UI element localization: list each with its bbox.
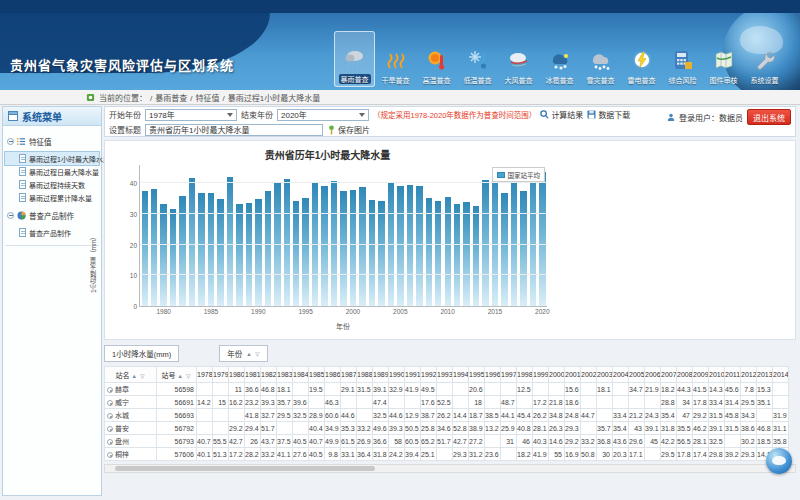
col-year-1984[interactable]: 1984 xyxy=(293,367,309,383)
col-year-1999[interactable]: 1999 xyxy=(533,367,549,383)
expand-icon[interactable] xyxy=(107,426,113,432)
col-year-2001[interactable]: 2001 xyxy=(565,367,581,383)
bar-1981[interactable] xyxy=(168,165,177,306)
bar-2019[interactable] xyxy=(528,165,537,306)
col-year-2009[interactable]: 2009 xyxy=(693,367,709,383)
bar-2016[interactable] xyxy=(500,165,509,306)
bar-2003[interactable] xyxy=(377,165,386,306)
toolbar-item-7[interactable]: 雪灾普查 xyxy=(580,31,621,87)
toolbar-item-5[interactable]: 大风普查 xyxy=(498,31,539,87)
col-year-1991[interactable]: 1991 xyxy=(405,367,421,383)
breadcrumb-item-2[interactable]: 特征值 xyxy=(195,94,219,103)
bar-1990[interactable] xyxy=(254,165,263,306)
collapse-icon[interactable] xyxy=(7,212,14,219)
bar-1982[interactable] xyxy=(178,165,187,306)
bar-2007[interactable] xyxy=(415,165,424,306)
chart-title-input[interactable] xyxy=(145,124,323,136)
bar-2000[interactable] xyxy=(348,165,357,306)
sort-arrows-icon[interactable]: ▲ ▽ xyxy=(246,351,260,357)
bar-2009[interactable] xyxy=(434,165,443,306)
bar-2008[interactable] xyxy=(424,165,433,306)
bar-1993[interactable] xyxy=(282,165,291,306)
station-name-cell[interactable]: 桐梓 xyxy=(105,448,157,461)
sidebar-group-2[interactable]: 普查产品制作 xyxy=(5,204,99,226)
col-year-1983[interactable]: 1983 xyxy=(277,367,293,383)
col-year-2013[interactable]: 2013 xyxy=(757,367,773,383)
col-year-1987[interactable]: 1987 xyxy=(341,367,357,383)
station-name-cell[interactable]: 威宁 xyxy=(105,396,157,409)
expand-icon[interactable] xyxy=(107,400,113,406)
col-year-1993[interactable]: 1993 xyxy=(437,367,453,383)
bar-1986[interactable] xyxy=(216,165,225,306)
sidebar-group-1[interactable]: 特征值 xyxy=(5,130,99,152)
breadcrumb-item-1[interactable]: 暴雨普查 xyxy=(155,94,187,103)
bar-2006[interactable] xyxy=(405,165,414,306)
station-name-cell[interactable]: 水城 xyxy=(105,409,157,422)
col-year-2006[interactable]: 2006 xyxy=(645,367,661,383)
toolbar-item-3[interactable]: 高温普查 xyxy=(416,31,457,87)
col-year-2011[interactable]: 2011 xyxy=(725,367,741,383)
expand-icon[interactable] xyxy=(107,413,113,419)
float-service-icon[interactable] xyxy=(766,448,792,474)
expand-icon[interactable] xyxy=(107,452,113,458)
col-year-1996[interactable]: 1996 xyxy=(485,367,501,383)
col-year-1982[interactable]: 1982 xyxy=(261,367,277,383)
sidebar-item-1-1[interactable]: 暴雨过程1小时最大降水量 xyxy=(5,152,99,165)
bar-2001[interactable] xyxy=(358,165,367,306)
col-year-2010[interactable]: 2010 xyxy=(709,367,725,383)
bar-1999[interactable] xyxy=(339,165,348,306)
start-year-select[interactable]: 1978年 xyxy=(145,109,237,121)
bar-1979[interactable] xyxy=(149,165,158,306)
sidebar-item-1-2[interactable]: 暴雨过程日最大降水量 xyxy=(5,165,99,178)
breadcrumb-item-3[interactable]: 暴雨过程1小时最大降水量 xyxy=(228,94,320,103)
col-year-1995[interactable]: 1995 xyxy=(469,367,485,383)
bar-1980[interactable] xyxy=(159,165,168,306)
toolbar-item-8[interactable]: 雷电普查 xyxy=(621,31,662,87)
toolbar-item-6[interactable]: 冰雹普查 xyxy=(539,31,580,87)
col-year-1992[interactable]: 1992 xyxy=(421,367,437,383)
bar-1998[interactable] xyxy=(329,165,338,306)
sidebar-item-2-1[interactable]: 普查产品制作 xyxy=(5,226,99,239)
col-year-1989[interactable]: 1989 xyxy=(373,367,389,383)
toolbar-item-2[interactable]: 干旱普查 xyxy=(375,31,416,87)
toolbar-item-9[interactable]: 综合风险 xyxy=(662,31,703,87)
bar-2015[interactable] xyxy=(490,165,499,306)
col-year-2005[interactable]: 2005 xyxy=(629,367,645,383)
bar-2012[interactable] xyxy=(462,165,471,306)
end-year-select[interactable]: 2020年 xyxy=(277,109,369,121)
col-year-2000[interactable]: 2000 xyxy=(549,367,565,383)
collapse-icon[interactable] xyxy=(7,138,14,145)
bar-2014[interactable] xyxy=(481,165,490,306)
data-download-button[interactable]: 数据下载 xyxy=(587,109,630,120)
col-year-1994[interactable]: 1994 xyxy=(453,367,469,383)
col-year-2012[interactable]: 2012 xyxy=(741,367,757,383)
year-sort-box[interactable]: 年份 ▲ ▽ xyxy=(219,345,268,362)
sidebar-item-1-4[interactable]: 暴雨过程累计降水量 xyxy=(5,191,99,204)
bar-1987[interactable] xyxy=(225,165,234,306)
bar-1995[interactable] xyxy=(301,165,310,306)
save-image-button[interactable]: 保存图片 xyxy=(327,124,370,135)
bar-1996[interactable] xyxy=(310,165,319,306)
col-id-header[interactable]: 站号 ▲ ▽ xyxy=(157,367,197,383)
col-year-1985[interactable]: 1985 xyxy=(309,367,325,383)
station-name-cell[interactable]: 盘州 xyxy=(105,435,157,448)
col-year-1997[interactable]: 1997 xyxy=(501,367,517,383)
bar-2017[interactable] xyxy=(509,165,518,306)
col-year-2004[interactable]: 2004 xyxy=(613,367,629,383)
scrollbar-thumb[interactable] xyxy=(115,466,375,471)
toolbar-item-10[interactable]: 图件审核 xyxy=(703,31,744,87)
col-year-1979[interactable]: 1979 xyxy=(213,367,229,383)
toolbar-item-4[interactable]: 低温普查 xyxy=(457,31,498,87)
bar-1985[interactable] xyxy=(206,165,215,306)
expand-icon[interactable] xyxy=(107,439,113,445)
bar-2010[interactable] xyxy=(443,165,452,306)
col-year-2008[interactable]: 2008 xyxy=(677,367,693,383)
col-station-header[interactable]: 站名 ▲ ▽ xyxy=(105,367,157,383)
bar-1983[interactable] xyxy=(187,165,196,306)
bar-2002[interactable] xyxy=(367,165,376,306)
bar-2011[interactable] xyxy=(452,165,461,306)
expand-icon[interactable] xyxy=(107,387,113,393)
bar-1992[interactable] xyxy=(273,165,282,306)
station-name-cell[interactable]: 赫章 xyxy=(105,383,157,396)
bar-2020[interactable] xyxy=(538,165,547,306)
